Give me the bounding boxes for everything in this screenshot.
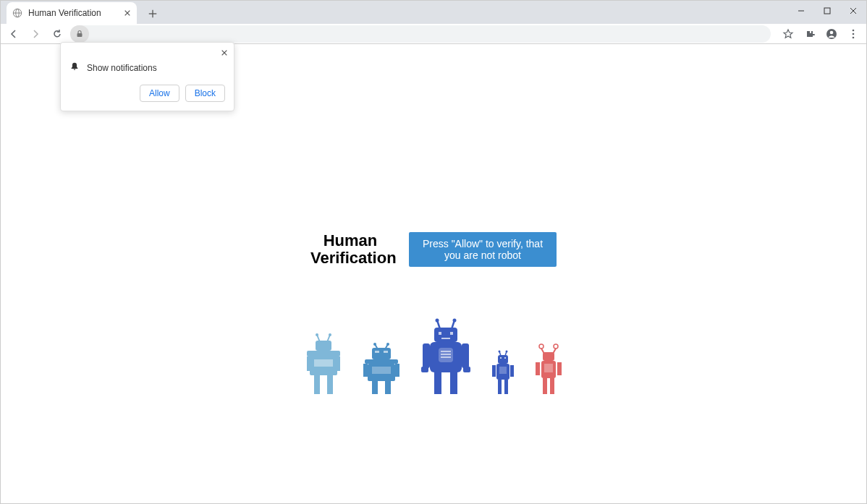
- bell-icon: [69, 61, 80, 74]
- popup-close-icon[interactable]: [221, 47, 228, 59]
- svg-rect-79: [543, 352, 554, 361]
- popup-message: Show notifications: [87, 63, 157, 73]
- svg-rect-42: [385, 381, 391, 394]
- toolbar-right: [779, 25, 862, 43]
- robot-3-icon: [417, 317, 475, 394]
- svg-rect-84: [543, 378, 547, 394]
- close-window-button[interactable]: [840, 1, 866, 21]
- robots-illustration: [301, 317, 566, 394]
- robot-5-icon: [531, 342, 566, 394]
- svg-rect-24: [314, 359, 333, 367]
- new-tab-button[interactable]: [143, 4, 163, 24]
- instruction-banner: Press "Allow" to verify, that you are no…: [409, 232, 557, 267]
- browser-tab[interactable]: Human Verification: [7, 2, 137, 24]
- svg-rect-34: [375, 351, 379, 353]
- allow-button[interactable]: Allow: [140, 85, 179, 102]
- svg-rect-36: [365, 359, 398, 364]
- svg-rect-11: [77, 33, 83, 37]
- svg-point-76: [554, 344, 558, 349]
- svg-rect-33: [372, 348, 391, 359]
- svg-point-15: [853, 33, 855, 35]
- url-bar[interactable]: [70, 25, 771, 43]
- svg-rect-41: [372, 381, 378, 394]
- svg-rect-74: [504, 380, 508, 394]
- svg-rect-26: [336, 356, 340, 371]
- svg-rect-59: [463, 367, 470, 372]
- svg-rect-21: [316, 341, 331, 351]
- svg-rect-38: [372, 367, 391, 374]
- tab-title: Human Verification: [28, 8, 101, 18]
- svg-point-75: [539, 344, 544, 349]
- titlebar: Human Verification: [1, 1, 866, 24]
- svg-rect-71: [492, 365, 496, 377]
- svg-rect-25: [307, 356, 311, 371]
- robot-4-icon: [489, 349, 517, 394]
- robot-2-icon: [360, 342, 402, 394]
- maximize-button[interactable]: [814, 1, 840, 21]
- globe-icon: [12, 8, 22, 18]
- profile-icon[interactable]: [823, 25, 840, 43]
- svg-rect-54: [441, 354, 451, 355]
- svg-rect-27: [314, 375, 320, 394]
- svg-rect-81: [544, 364, 553, 372]
- block-button[interactable]: Block: [185, 85, 225, 102]
- svg-rect-67: [500, 357, 502, 359]
- svg-rect-61: [450, 372, 457, 394]
- notification-permission-popup: Show notifications Allow Block: [60, 42, 234, 111]
- svg-rect-48: [439, 332, 441, 335]
- svg-rect-40: [395, 364, 399, 377]
- svg-rect-85: [550, 378, 554, 394]
- toolbar: [1, 24, 866, 44]
- site-info-button[interactable]: [70, 25, 89, 43]
- svg-rect-49: [450, 332, 453, 335]
- verification-row: Human Verification Press "Allow" to veri…: [310, 232, 557, 267]
- svg-point-16: [853, 36, 855, 38]
- menu-icon[interactable]: [845, 25, 862, 43]
- svg-rect-70: [499, 367, 507, 374]
- page-title: Human Verification: [310, 232, 390, 267]
- svg-rect-50: [441, 338, 450, 339]
- svg-rect-72: [510, 365, 514, 377]
- svg-rect-82: [536, 362, 540, 375]
- tab-close-icon[interactable]: [124, 7, 131, 19]
- svg-rect-35: [384, 351, 388, 353]
- svg-rect-53: [441, 351, 451, 352]
- svg-rect-47: [434, 328, 457, 342]
- svg-rect-22: [307, 351, 340, 356]
- minimize-button[interactable]: [788, 1, 814, 21]
- svg-rect-66: [498, 355, 508, 364]
- forward-button[interactable]: [27, 25, 44, 43]
- svg-rect-28: [327, 375, 333, 394]
- reload-button[interactable]: [48, 25, 66, 43]
- svg-rect-73: [498, 380, 502, 394]
- svg-point-13: [830, 30, 834, 34]
- svg-rect-68: [504, 357, 506, 359]
- svg-rect-39: [363, 364, 368, 377]
- svg-rect-57: [462, 343, 469, 368]
- svg-rect-56: [423, 343, 430, 368]
- back-button[interactable]: [5, 25, 22, 43]
- bookmark-star-icon[interactable]: [779, 25, 797, 43]
- svg-rect-60: [434, 372, 441, 394]
- svg-point-14: [853, 29, 855, 31]
- svg-rect-83: [557, 362, 562, 375]
- page-content: Human Verification Press "Allow" to veri…: [1, 44, 866, 503]
- svg-rect-55: [441, 356, 451, 358]
- robot-1-icon: [301, 332, 346, 394]
- extensions-icon[interactable]: [801, 25, 819, 43]
- svg-rect-58: [421, 367, 428, 372]
- window-controls: [788, 1, 866, 21]
- svg-rect-8: [824, 8, 830, 14]
